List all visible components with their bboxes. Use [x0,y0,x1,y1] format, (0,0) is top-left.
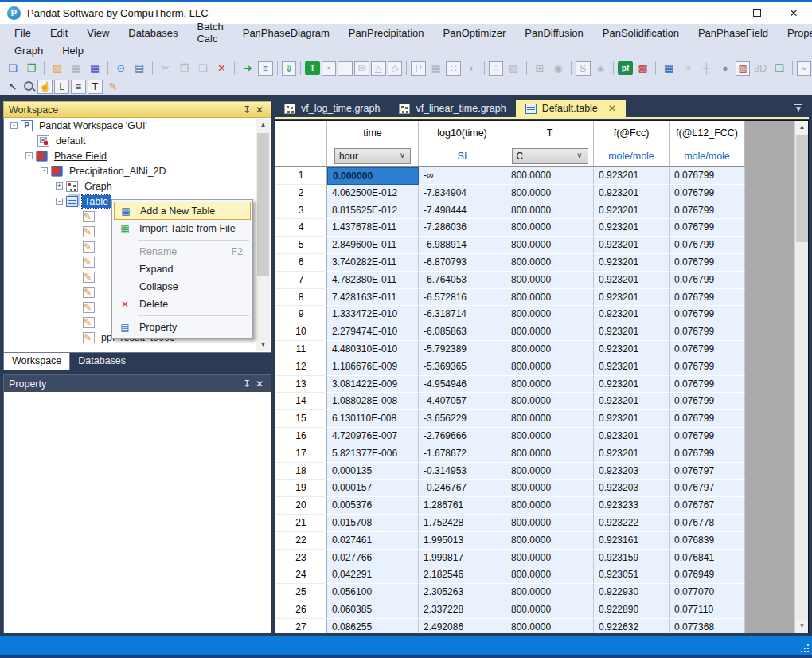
data-cell[interactable]: 0.076841 [670,550,745,567]
minimize-button[interactable]: — [702,2,739,24]
phasefield-sim-icon[interactable]: ▩ [634,61,652,76]
data-cell[interactable]: -5.792389 [419,341,506,358]
data-cell[interactable]: 1.088028E-008 [327,393,419,410]
data-cell[interactable]: -6.085863 [419,323,506,341]
row-number-cell[interactable]: 3 [275,202,327,220]
data-cell[interactable]: -6.318714 [419,306,506,323]
data-cell[interactable]: -0.246767 [419,480,506,497]
collapse-icon[interactable]: - [10,122,18,129]
data-cell[interactable]: 0.076799 [670,185,745,202]
row-number-cell[interactable]: 23 [275,550,327,567]
menu-help[interactable]: Help [53,43,93,58]
save-icon[interactable]: ▦ [68,61,85,76]
data-cell[interactable]: 0.922632 [594,619,670,633]
pf-database-icon[interactable]: pf [618,61,633,75]
maximize-button[interactable] [739,2,775,24]
scroll-down-icon[interactable]: ▼ [795,620,809,633]
add-text-icon[interactable]: T [88,80,103,94]
precip-map-icon[interactable]: ▧ [505,61,522,76]
close-panel-icon[interactable]: ✕ [253,104,266,116]
data-cell[interactable]: 2.337228 [419,601,506,619]
data-cell[interactable]: 800.0000 [506,272,594,289]
data-cell[interactable]: 2.279474E-010 [327,323,419,341]
data-cell[interactable]: -2.769666 [419,428,506,445]
data-cell[interactable]: -6.988914 [419,237,506,254]
row-number-cell[interactable]: 22 [275,532,327,550]
tree-item-default[interactable]: default [4,133,271,148]
data-cell[interactable]: 0.076799 [670,376,745,394]
menu-pandiffusion[interactable]: PanDiffusion [515,25,592,41]
data-cell[interactable]: 0.076799 [670,341,745,358]
open-file-icon[interactable]: ▨ [49,61,66,76]
data-cell[interactable]: 800.0000 [506,376,594,394]
edit-pencil-icon[interactable]: ✎ [104,79,122,95]
menu-panphasefield[interactable]: PanPhaseField [689,25,778,41]
data-cell[interactable]: 0.076839 [670,532,745,550]
row-number-cell[interactable]: 15 [275,410,327,428]
collapse-icon[interactable]: - [56,198,63,205]
pan-hand-icon[interactable]: ☝ [37,80,53,94]
context-menu-item-import-table-from-file[interactable]: ▦Import Table from File [114,220,251,237]
data-cell[interactable]: 0.000135 [327,463,419,480]
data-cell[interactable]: 0.076799 [670,219,745,237]
data-cell[interactable]: 3.081422E-009 [327,376,419,394]
data-cell[interactable]: 1.999817 [419,550,506,567]
data-cell[interactable]: 800.0000 [506,619,594,633]
cube-3d-icon[interactable]: ▧ [736,61,751,76]
data-cell[interactable]: 0.923201 [594,410,670,428]
menu-batch-calc[interactable]: Batch Calc [187,19,232,46]
row-number-cell[interactable]: 1 [275,167,327,185]
data-cell[interactable]: 5.821377E-006 [327,445,419,463]
data-cell[interactable]: 1.752428 [419,515,506,532]
pin-icon[interactable]: ↧ [240,104,253,116]
row-number-cell[interactable]: 17 [275,445,327,463]
solidification-icon[interactable]: ◈ [592,61,610,76]
data-cell[interactable]: 1.286761 [419,497,506,515]
collapse-icon[interactable]: - [25,152,33,159]
menu-view[interactable]: View [77,25,119,41]
panel-tab-workspace[interactable]: Workspace [3,353,70,370]
data-cell[interactable]: 4.480310E-010 [327,341,419,358]
data-cell[interactable]: 0.076799 [670,410,745,428]
data-cell[interactable]: -7.834904 [419,185,506,202]
scrollbar-thumb[interactable] [796,135,808,242]
isotherm-icon[interactable]: △ [371,61,386,76]
close-button[interactable]: ✕ [775,2,812,24]
data-cell[interactable]: 800.0000 [506,185,594,202]
grid-calc-icon[interactable]: ▦ [427,61,445,76]
data-cell[interactable]: 8.815625E-012 [327,202,419,220]
data-cell[interactable]: -1.678672 [419,445,506,463]
data-cell[interactable]: -6.572816 [419,289,506,307]
data-cell[interactable]: -3.656229 [419,410,506,428]
data-cell[interactable]: 0.076799 [670,358,745,376]
diffusion-target-icon[interactable]: ◉ [549,61,567,76]
row-number-cell[interactable]: 27 [275,619,327,633]
save-all-icon[interactable]: ▦ [86,61,103,76]
import-download-icon[interactable]: ⇓ [282,61,297,76]
data-cell[interactable]: 0.076799 [670,254,745,272]
line-calc-icon[interactable]: — [338,61,353,76]
tab-list-dropdown-icon[interactable]: ▼ [794,104,802,113]
data-cell[interactable]: 0.923201 [594,376,670,394]
data-cell[interactable]: 7.428163E-011 [327,289,419,307]
diffusion-grid-icon[interactable]: ⊞ [531,61,548,76]
column-header-t[interactable]: T [506,121,594,145]
data-cell[interactable]: 0.922930 [594,584,670,601]
data-cell[interactable]: 0.027766 [327,550,419,567]
context-menu-item-property[interactable]: ▤Property [114,319,251,336]
data-cell[interactable]: 0.923201 [594,358,670,376]
data-cell[interactable]: 0.923201 [594,445,670,463]
expand-icon[interactable]: + [56,182,63,190]
data-cell[interactable]: 0.077368 [670,619,745,633]
data-cell[interactable]: 0.077070 [670,584,745,601]
data-cell[interactable]: 800.0000 [506,306,594,323]
select-cursor-icon[interactable]: ↖ [4,79,21,95]
data-cell[interactable]: 0.076799 [670,202,745,220]
row-number-cell[interactable]: 25 [275,584,327,601]
menu-panoptimizer[interactable]: PanOptimizer [434,25,516,41]
data-cell[interactable]: 1.186676E-009 [327,358,419,376]
menu-edit[interactable]: Edit [41,25,77,41]
menu-panphasediagram[interactable]: PanPhaseDiagram [233,25,339,41]
row-number-cell[interactable]: 20 [275,497,327,515]
data-cell[interactable]: 2.305263 [419,584,506,601]
